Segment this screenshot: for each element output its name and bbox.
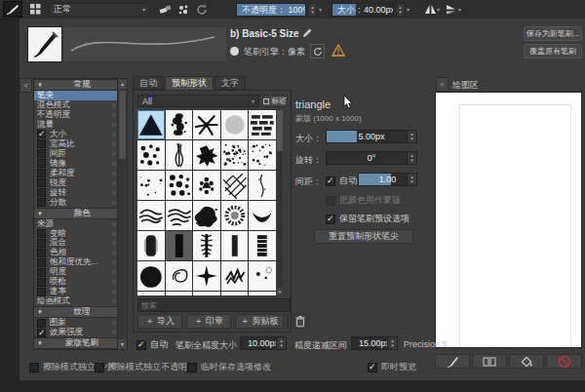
options-item[interactable]: 间距 <box>34 149 127 159</box>
brush-tip-crescent[interactable] <box>249 201 276 230</box>
brush-tip-bricks[interactable] <box>249 110 276 139</box>
scratchpad-clear-button[interactable] <box>546 354 582 369</box>
options-item[interactable]: 流量 <box>34 120 127 130</box>
options-item[interactable]: 宽高比 <box>34 139 127 149</box>
checkbox[interactable] <box>187 363 197 372</box>
option-checkbox[interactable] <box>37 229 46 238</box>
options-item[interactable]: 变暗 <box>34 229 127 239</box>
tip-spacing-spinbox[interactable]: 1.00 ▴▾ <box>358 173 417 186</box>
brush-tip-hatch[interactable] <box>221 171 249 200</box>
options-item[interactable]: 锐度 <box>34 178 127 188</box>
brush-tip-bar-dark[interactable] <box>166 231 193 260</box>
scroll-up-icon[interactable]: ▲ <box>118 79 127 89</box>
options-scrollbar[interactable]: ▲ ▼ <box>117 79 127 349</box>
fade-spinbox[interactable]: 15.00px ▴▾ <box>351 336 398 350</box>
stamp-button[interactable]: ＋印章 <box>186 314 231 329</box>
grid-scrollbar[interactable]: ▼ <box>277 110 283 295</box>
reset-tip-button[interactable]: 重置预制形状笔尖 <box>314 229 413 244</box>
opacity-stepper[interactable]: ▴▾ <box>308 3 317 17</box>
brush-tip-disc[interactable] <box>137 261 165 291</box>
option-checkbox[interactable] <box>37 149 46 158</box>
brush-tip-dots-large[interactable] <box>137 140 165 170</box>
spin-stepper[interactable]: ▴▾ <box>407 131 416 142</box>
options-item[interactable]: 效果强度 <box>34 328 127 337</box>
brush-tip-bar-steps[interactable] <box>249 231 276 260</box>
scratchpad-fill-gradient-button[interactable] <box>472 354 507 369</box>
reload-preset-button[interactable] <box>195 2 209 17</box>
brush-tip-sparkle[interactable] <box>193 261 220 291</box>
tip-rotation-spinbox[interactable]: 0° ▴▾ <box>326 151 417 165</box>
checkbox[interactable] <box>29 363 39 372</box>
options-item[interactable]: 来源 <box>34 219 127 229</box>
opacity-slider[interactable]: 不透明度： 100% <box>236 3 306 17</box>
checkbox-checked[interactable] <box>326 215 335 224</box>
tab-文字[interactable]: 文字 <box>214 76 246 90</box>
size-options-icon[interactable]: ▾ <box>407 3 410 17</box>
scroll-thumb[interactable] <box>119 91 126 159</box>
scroll-thumb[interactable] <box>277 110 283 151</box>
options-item[interactable]: 镜像 <box>34 159 127 169</box>
brush-tip-dots-pair[interactable] <box>249 261 276 291</box>
instant-preview-checkbox[interactable]: 即时预览 <box>368 361 416 373</box>
opacity-options-icon[interactable]: ▾ <box>319 3 322 17</box>
mirror-vertical-options-icon[interactable]: ▾ <box>458 3 461 17</box>
reload-engine-button[interactable] <box>310 44 325 59</box>
brush-tip-bar-soft[interactable] <box>137 231 165 260</box>
spin-stepper[interactable]: ▴▾ <box>407 152 416 164</box>
brush-editor-logo[interactable] <box>3 1 22 18</box>
brush-tip-leaf[interactable] <box>193 110 220 139</box>
brush-tip-specks-sparse[interactable] <box>249 140 276 170</box>
brush-tip-stem[interactable] <box>137 292 165 295</box>
option-checkbox[interactable] <box>37 249 46 257</box>
mirror-horizontal-button[interactable] <box>423 2 437 17</box>
spacing-auto-checkbox[interactable]: 自动 <box>326 175 357 187</box>
option-checkbox[interactable] <box>37 178 46 187</box>
scroll-down-icon[interactable]: ▼ <box>277 288 283 295</box>
options-item[interactable]: 明度 <box>34 267 127 277</box>
option-checkbox[interactable] <box>37 169 46 177</box>
checkbox-checked[interactable] <box>136 340 146 350</box>
options-item[interactable]: 大小 <box>34 130 127 139</box>
checkbox-checked[interactable] <box>326 176 335 186</box>
brush-tip-inkblot[interactable] <box>193 201 220 230</box>
temp-save-checkbox[interactable]: 临时保存选项修改 <box>187 361 271 373</box>
options-section-header[interactable]: ▼纹理 <box>34 306 127 318</box>
option-checkbox[interactable] <box>37 319 46 328</box>
save-new-brush-button[interactable]: 保存为新笔刷... <box>524 26 582 41</box>
eraser-opacity-checkbox[interactable]: 擦除模式独立不透明度 <box>95 361 196 373</box>
search-input[interactable] <box>137 298 291 312</box>
brush-tip-scratchpatch[interactable] <box>221 261 249 291</box>
option-checkbox[interactable] <box>37 258 46 267</box>
options-section-header[interactable]: ▼蒙版笔刷 <box>34 337 127 349</box>
option-checkbox[interactable] <box>37 130 46 138</box>
option-checkbox[interactable] <box>37 239 46 248</box>
option-checkbox[interactable] <box>37 329 46 337</box>
scratchpad-canvas[interactable] <box>435 92 582 348</box>
overwrite-brush-button[interactable]: 覆盖原有笔刷 <box>524 44 582 59</box>
brush-tip-scratch[interactable] <box>166 140 193 170</box>
clipboard-button[interactable]: ＋剪贴板 <box>235 314 284 329</box>
brush-tip-scribble[interactable] <box>137 201 165 230</box>
option-checkbox[interactable] <box>37 188 46 197</box>
option-checkbox[interactable] <box>37 198 46 207</box>
brush-tip-mound[interactable] <box>221 292 249 295</box>
options-item[interactable]: 旋转 <box>34 188 127 198</box>
tag-button[interactable]: 标签 <box>262 95 288 107</box>
brush-tip-scribble2[interactable] <box>166 201 193 230</box>
scratchpad-paint-button[interactable] <box>435 354 470 369</box>
rename-preset-button[interactable] <box>302 27 313 38</box>
brush-tip-dots-two[interactable] <box>249 292 276 295</box>
brush-tip-grass[interactable] <box>166 292 193 295</box>
options-item[interactable]: 饱和度优先... <box>34 257 127 267</box>
brush-tip-circle[interactable] <box>221 110 249 139</box>
option-checkbox[interactable] <box>37 278 46 287</box>
option-checkbox[interactable] <box>37 159 46 168</box>
brush-tip-claws[interactable] <box>193 292 220 295</box>
brush-tip-bar-thin[interactable] <box>221 231 249 260</box>
tab-预制形状[interactable]: 预制形状 <box>165 76 214 90</box>
delete-tip-button[interactable] <box>293 314 307 329</box>
mirror-vertical-button[interactable] <box>445 2 458 17</box>
options-item[interactable]: 混合 <box>34 239 127 249</box>
brush-tip-spine[interactable] <box>193 231 220 260</box>
brush-tip-specks-few[interactable] <box>137 171 165 200</box>
